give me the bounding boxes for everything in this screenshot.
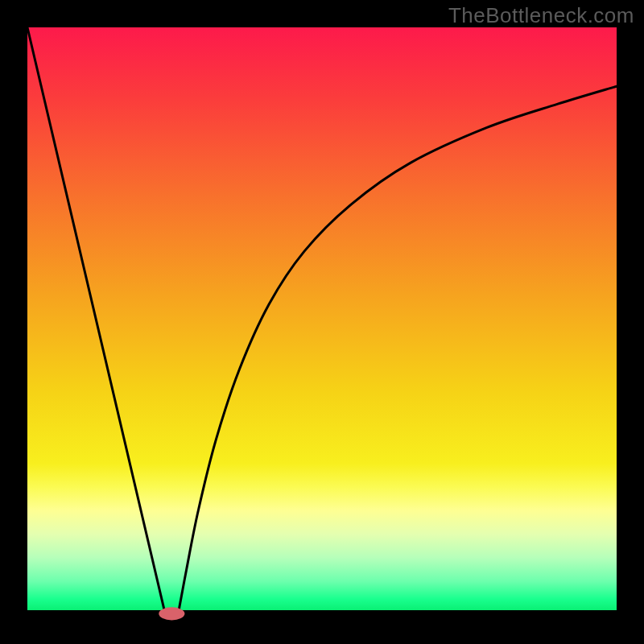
plot-background: [27, 27, 617, 617]
chart-frame: TheBottleneck.com: [0, 0, 644, 644]
baseline-band: [27, 610, 617, 617]
trough-marker: [159, 607, 184, 620]
watermark-text: TheBottleneck.com: [448, 3, 634, 28]
bottleneck-chart: [0, 0, 644, 644]
